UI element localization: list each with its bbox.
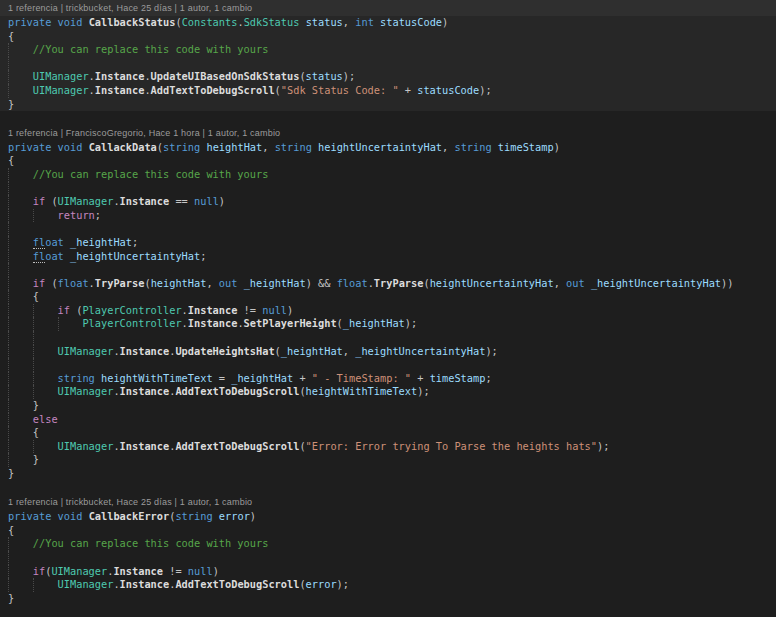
code-line[interactable] [0,182,776,196]
indent-guide [33,578,58,592]
token-pln: ; [485,372,491,384]
code-line[interactable]: UIManager.Instance.AddTextToDebugScroll(… [0,440,776,454]
code-line[interactable] [0,57,776,71]
indent-guide [8,222,33,236]
codelens-references-link[interactable]: 1 referencia | trickbucket, Hace 25 días… [0,494,776,510]
code-line[interactable]: //You can replace this code with yours [0,168,776,182]
code-line[interactable]: UIManager.Instance.UpdateHeightsHat(_hei… [0,345,776,359]
indent-guide [8,565,33,579]
token-str: "Sdk Status Code: " [281,84,399,96]
code-line[interactable]: return; [0,209,776,223]
codelens-references-link[interactable]: 1 referencia | trickbucket, Hace 25 días… [0,0,776,16]
token-pln: ) && [306,277,337,289]
token-com: //You can replace this code with yours [33,43,269,55]
token-kw: private [8,141,51,153]
code-line[interactable]: } [0,467,776,481]
token-var: statusCode [380,16,442,28]
token-mem: Instance [120,440,170,452]
indent-guide [8,537,33,551]
token-var: _heightHat [281,345,343,357]
code-line[interactable]: else [0,413,776,427]
indent-guide [8,317,33,331]
codelens-references-link[interactable]: 1 referencia | FranciscoGregorio, Hace 1… [0,125,776,141]
token-kw: string [163,141,200,153]
token-var: _heightHat [244,277,306,289]
token-var: heightWithTimeText [101,372,213,384]
code-line[interactable]: { [0,30,776,44]
code-line[interactable]: float _heightHat; [0,236,776,250]
code-line[interactable]: } [0,453,776,467]
code-line[interactable]: //You can replace this code with yours [0,43,776,57]
code-line[interactable]: { [0,524,776,538]
token-pln: ); [485,345,497,357]
token-kw: private [8,16,51,28]
code-line[interactable]: float _heightUncertaintyHat; [0,250,776,264]
token-kw: null [194,195,219,207]
token-str: " - TimeStamp: " [312,372,411,384]
token-mem: SetPlayerHeight [244,317,337,329]
indent-guide [8,195,33,209]
code-line[interactable]: UIManager.Instance.UpdateUIBasedOnSdkSta… [0,70,776,84]
code-line[interactable]: string heightWithTimeText = _heightHat +… [0,372,776,386]
code-line[interactable]: //You can replace this code with yours [0,537,776,551]
token-pln: )) [721,277,733,289]
code-line[interactable]: } [0,592,776,606]
token-pln: , [554,277,566,289]
code-line[interactable]: UIManager.Instance.AddTextToDebugScroll(… [0,385,776,399]
token-pln: == [169,195,194,207]
token-kw: void [58,510,83,522]
token-type: UIManager [58,195,114,207]
code-line[interactable]: { [0,290,776,304]
indent-guide [8,236,33,250]
code-line[interactable] [0,358,776,372]
code-line[interactable]: UIManager.Instance.AddTextToDebugScroll(… [0,84,776,98]
token-pln: ); [479,84,491,96]
indent-guide [33,372,58,386]
token-pln: } [33,399,39,411]
code-line[interactable]: private void CallbackError(string error) [0,510,776,524]
code-line[interactable]: } [0,399,776,413]
token-var: error [219,510,250,522]
token-kw: null [188,565,213,577]
token-kw: oat [45,236,64,248]
code-line[interactable]: if (float.TryParse(heightHat, out _heigh… [0,277,776,291]
token-pln: { [33,290,39,302]
code-line[interactable]: } [0,98,776,112]
code-line[interactable]: private void CallbackStatus(Constants.Sd… [0,16,776,30]
code-editor[interactable]: 1 referencia | trickbucket, Hace 25 días… [0,0,776,617]
token-mem: TryParse [95,277,145,289]
code-line[interactable]: if(UIManager.Instance != null) [0,565,776,579]
token-mem: Instance [120,345,170,357]
token-kw: string [175,510,212,522]
code-line[interactable]: PlayerController.Instance.SetPlayerHeigh… [0,317,776,331]
token-kwu: fl [33,236,45,249]
code-line[interactable]: { [0,426,776,440]
code-line[interactable] [0,331,776,345]
code-line[interactable]: { [0,154,776,168]
token-pln: ); [337,578,349,590]
token-pln: ); [597,440,609,452]
token-var: _heightHat [231,372,293,384]
indent-guide [8,331,33,345]
indent-guide [8,385,33,399]
indent-guide [33,209,58,223]
code-line[interactable]: if (UIManager.Instance == null) [0,195,776,209]
code-line[interactable] [0,263,776,277]
token-mem: Instance [120,195,170,207]
token-com: //You can replace this code with yours [33,537,269,549]
token-com: //You can replace this code with yours [33,168,269,180]
token-pln: ) [213,565,219,577]
code-line[interactable] [0,222,776,236]
token-kw: float [337,277,368,289]
token-pln: } [8,592,14,604]
indent-guide [33,440,58,454]
code-line[interactable]: if (PlayerController.Instance != null) [0,304,776,318]
code-line[interactable]: private void CallackData(string heightHa… [0,141,776,155]
code-line[interactable] [0,551,776,565]
indent-guide [8,263,33,277]
code-section: 1 referencia | FranciscoGregorio, Hace 1… [0,125,776,481]
indent-guide [8,453,33,467]
code-line[interactable]: UIManager.Instance.AddTextToDebugScroll(… [0,578,776,592]
token-var: statusCode [417,84,479,96]
code-section: 1 referencia | trickbucket, Hace 25 días… [0,494,776,605]
